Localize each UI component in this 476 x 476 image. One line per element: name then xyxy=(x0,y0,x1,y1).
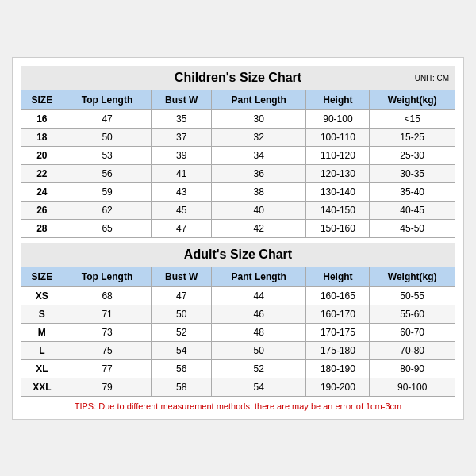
table-cell: 59 xyxy=(63,182,152,201)
table-cell: 44 xyxy=(212,286,306,305)
table-row: 24594338130-14035-40 xyxy=(21,182,455,201)
table-cell: 120-130 xyxy=(306,164,370,182)
adults-header-cell: Top Length xyxy=(63,267,152,286)
table-cell: L xyxy=(21,341,63,359)
table-cell: 68 xyxy=(63,286,152,305)
table-cell: 75 xyxy=(63,341,152,359)
adults-header-row: SIZETop LengthBust WPant LengthHeightWei… xyxy=(21,267,455,286)
adults-section-title: Adult's Size Chart xyxy=(21,243,455,267)
table-cell: 42 xyxy=(212,219,306,237)
table-row: S715046160-17055-60 xyxy=(21,305,455,323)
table-cell: 32 xyxy=(212,128,306,146)
table-cell: 46 xyxy=(212,305,306,323)
table-cell: 170-175 xyxy=(306,323,370,341)
table-cell: 80-90 xyxy=(370,359,455,378)
table-cell: 38 xyxy=(212,182,306,201)
table-cell: 52 xyxy=(212,359,306,378)
table-cell: 53 xyxy=(63,146,152,164)
table-cell: 50 xyxy=(212,341,306,359)
children-unit-label: UNIT: CM xyxy=(415,73,449,82)
children-header-cell: Bust W xyxy=(152,90,212,109)
table-cell: 41 xyxy=(152,164,212,182)
table-row: 22564136120-13030-35 xyxy=(21,164,455,182)
table-cell: 16 xyxy=(21,109,63,128)
table-cell: 50-55 xyxy=(370,286,455,305)
table-cell: 35 xyxy=(152,109,212,128)
table-cell: 36 xyxy=(212,164,306,182)
table-row: 20533934110-12025-30 xyxy=(21,146,455,164)
table-cell: 50 xyxy=(152,305,212,323)
adults-header-cell: Bust W xyxy=(152,267,212,286)
adults-table-body: XS684744160-16550-55S715046160-17055-60M… xyxy=(21,286,455,396)
table-row: L755450175-18070-80 xyxy=(21,341,455,359)
table-cell: 39 xyxy=(152,146,212,164)
table-cell: 190-200 xyxy=(306,378,370,396)
table-cell: 150-160 xyxy=(306,219,370,237)
table-cell: 37 xyxy=(152,128,212,146)
table-row: XL775652180-19080-90 xyxy=(21,359,455,378)
table-cell: 56 xyxy=(152,359,212,378)
table-cell: 54 xyxy=(212,378,306,396)
table-cell: 18 xyxy=(21,128,63,146)
table-cell: 77 xyxy=(63,359,152,378)
table-cell: 130-140 xyxy=(306,182,370,201)
table-cell: S xyxy=(21,305,63,323)
table-cell: 47 xyxy=(152,286,212,305)
table-cell: 45 xyxy=(152,201,212,219)
table-cell: 26 xyxy=(21,201,63,219)
children-header-cell: Weight(kg) xyxy=(370,90,455,109)
table-cell: 70-80 xyxy=(370,341,455,359)
table-cell: 47 xyxy=(63,109,152,128)
children-header-row: SIZETop LengthBust WPant LengthHeightWei… xyxy=(21,90,455,109)
table-cell: XL xyxy=(21,359,63,378)
table-cell: 15-25 xyxy=(370,128,455,146)
table-cell: XS xyxy=(21,286,63,305)
table-cell: 60-70 xyxy=(370,323,455,341)
table-cell: 30 xyxy=(212,109,306,128)
table-row: 28654742150-16045-50 xyxy=(21,219,455,237)
table-cell: 110-120 xyxy=(306,146,370,164)
table-cell: 25-30 xyxy=(370,146,455,164)
table-cell: 62 xyxy=(63,201,152,219)
table-cell: 180-190 xyxy=(306,359,370,378)
table-cell: 45-50 xyxy=(370,219,455,237)
table-row: 18503732100-11015-25 xyxy=(21,128,455,146)
tips-text: TIPS: Due to different measurement metho… xyxy=(21,401,455,411)
table-cell: 54 xyxy=(152,341,212,359)
table-cell: 56 xyxy=(63,164,152,182)
children-header-cell: Top Length xyxy=(63,90,152,109)
children-header-cell: SIZE xyxy=(21,90,63,109)
table-row: 26624540140-15040-45 xyxy=(21,201,455,219)
children-title-text: Children's Size Chart xyxy=(175,71,301,84)
table-cell: XXL xyxy=(21,378,63,396)
table-cell: 20 xyxy=(21,146,63,164)
table-cell: 55-60 xyxy=(370,305,455,323)
table-cell: <15 xyxy=(370,109,455,128)
table-cell: 175-180 xyxy=(306,341,370,359)
table-cell: 140-150 xyxy=(306,201,370,219)
table-cell: 73 xyxy=(63,323,152,341)
table-cell: M xyxy=(21,323,63,341)
children-table-body: 1647353090-100<1518503732100-11015-25205… xyxy=(21,109,455,237)
table-cell: 90-100 xyxy=(306,109,370,128)
adults-title-text: Adult's Size Chart xyxy=(184,248,292,261)
table-cell: 58 xyxy=(152,378,212,396)
children-section-title: Children's Size Chart UNIT: CM xyxy=(21,66,455,90)
adults-header-cell: Pant Length xyxy=(212,267,306,286)
table-cell: 100-110 xyxy=(306,128,370,146)
table-cell: 160-165 xyxy=(306,286,370,305)
size-chart-card: Children's Size Chart UNIT: CM SIZETop L… xyxy=(12,57,464,420)
children-header-cell: Pant Length xyxy=(212,90,306,109)
table-cell: 34 xyxy=(212,146,306,164)
table-cell: 43 xyxy=(152,182,212,201)
table-cell: 48 xyxy=(212,323,306,341)
table-cell: 30-35 xyxy=(370,164,455,182)
table-cell: 28 xyxy=(21,219,63,237)
table-row: M735248170-17560-70 xyxy=(21,323,455,341)
table-cell: 47 xyxy=(152,219,212,237)
table-cell: 65 xyxy=(63,219,152,237)
table-cell: 24 xyxy=(21,182,63,201)
children-header-cell: Height xyxy=(306,90,370,109)
adults-header-cell: Height xyxy=(306,267,370,286)
table-row: 1647353090-100<15 xyxy=(21,109,455,128)
